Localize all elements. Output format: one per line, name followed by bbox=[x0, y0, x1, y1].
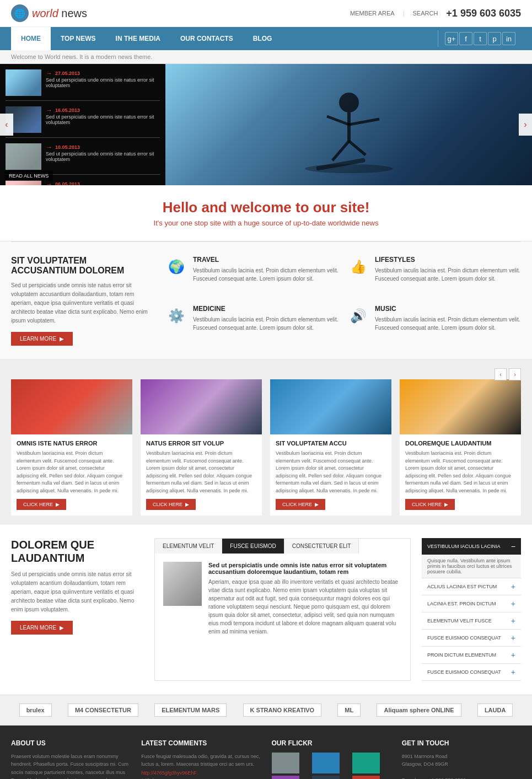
feature-music: 🔊 MUSIC Vestibulum iaculis lacinia est. … bbox=[347, 305, 521, 346]
news-section: ‹ › OMNIS ISTE NATUS ERROR Vestibulum la… bbox=[0, 360, 532, 524]
svg-line-5 bbox=[332, 141, 349, 160]
welcome-subtitle: It's your one stop site with a huge sour… bbox=[11, 219, 521, 227]
top-right-bar: MEMBER AREA | SEARCH +1 959 603 6035 bbox=[350, 8, 521, 19]
social-pinterest[interactable]: p bbox=[488, 32, 501, 45]
news-cards-grid: OMNIS ISTE NATUS ERROR Vestibulum laoria… bbox=[11, 379, 521, 515]
medicine-icon: ⚙️ bbox=[165, 305, 187, 327]
feature-lifestyles: 👍 LIFESTYLES Vestibulum iaculis lacinia … bbox=[347, 256, 521, 297]
accordion-item-2[interactable]: LACINIA EST. PROIN DICTUM + bbox=[422, 595, 521, 613]
nav-our-contacts[interactable]: OUR CONTACTS bbox=[170, 27, 243, 50]
nav-top-news[interactable]: TOP NEWS bbox=[51, 27, 106, 50]
hero-background bbox=[165, 64, 532, 185]
news-next-arrow[interactable]: › bbox=[509, 368, 521, 380]
features-section: SIT VOLUPTATEM ACCUSANTIUM DOLOREM Sed u… bbox=[0, 242, 532, 360]
news-prev-arrow[interactable]: ‹ bbox=[495, 368, 507, 380]
footer-city: Glasgow, DO4 89GR bbox=[402, 760, 521, 768]
hero-news-item: → 06.05.2013 Sed ut perspiciatis unde om… bbox=[6, 180, 160, 185]
news-card-1-btn[interactable]: CLICK HERE ▶ bbox=[17, 499, 66, 510]
footer-comment-1-url[interactable]: http://4765gfg3hyv96EhF bbox=[141, 770, 197, 776]
hero-news-item: → 27.05.2013 Sed ut perspiciatis unde om… bbox=[6, 69, 160, 101]
flickr-thumb-2[interactable] bbox=[312, 753, 340, 773]
skater-silhouette bbox=[294, 69, 404, 180]
news-card-4-image bbox=[400, 379, 521, 434]
footer-about-title: ABOUT US bbox=[11, 739, 130, 747]
logo-lauda: LAUDA bbox=[477, 703, 513, 717]
feature-music-text: Vestibulum iaculis lacinia est. Proin di… bbox=[375, 315, 521, 332]
footer-contact: GET IN TOUCH 8901 Marmora Road Glasgow, … bbox=[402, 739, 521, 779]
logo-text: world news bbox=[32, 7, 87, 20]
flickr-thumb-4[interactable] bbox=[272, 776, 299, 779]
tab-elementum[interactable]: ELEMENTUM VELIT bbox=[155, 539, 222, 554]
welcome-section: Hello and welcome to our site! It's your… bbox=[0, 185, 532, 241]
feature-travel-text: Vestibulum iaculis lacinia est. Proin di… bbox=[193, 266, 339, 283]
tab-content: Sed ut perspiciatis unde omnis iste natu… bbox=[155, 554, 410, 644]
logo-ml: ML bbox=[337, 703, 361, 717]
tab-consectetuer[interactable]: CONSECTETUER ELIT bbox=[284, 539, 359, 554]
svg-line-6 bbox=[349, 141, 366, 155]
flickr-thumb-6[interactable] bbox=[352, 776, 380, 779]
nav-links: HOME TOP NEWS IN THE MEDIA OUR CONTACTS … bbox=[11, 27, 282, 50]
feature-medicine-title: MEDICINE bbox=[193, 305, 339, 313]
nav-in-the-media[interactable]: IN THE MEDIA bbox=[106, 27, 170, 50]
travel-icon: 🌍 bbox=[165, 256, 187, 278]
news-card-4-btn[interactable]: CLICK HERE ▶ bbox=[405, 499, 455, 510]
accordion-item-3[interactable]: ELEMENTUM VELIT FUSCE + bbox=[422, 613, 521, 630]
news-card-1-text: Vestibulum laoriacinia est. Proin dictum… bbox=[17, 450, 127, 495]
footer-flickr: OUR FLICKR bbox=[272, 739, 391, 779]
news-nav-arrows: ‹ › bbox=[495, 368, 521, 380]
social-linkedin[interactable]: in bbox=[502, 32, 515, 45]
tab-fusce[interactable]: FUSCE EUISMOD bbox=[222, 539, 284, 554]
logos-bar: brulex M4 CONSECTETUR ELEMENTUM MARS K S… bbox=[0, 695, 532, 726]
welcome-bar: Welcome to World news. It is a modern ne… bbox=[0, 50, 532, 64]
news-card-3: SIT VOLUPTATEM ACCU Vestibulum laoriacin… bbox=[270, 379, 391, 515]
news-card-4-text: Vestibulum laoriacinia est. Proin dictum… bbox=[405, 450, 515, 495]
tab-text: Sed ut perspiciatis unde omnis iste natu… bbox=[208, 562, 402, 636]
hero-sidebar: → 27.05.2013 Sed ut perspiciatis unde om… bbox=[0, 64, 165, 185]
flickr-thumb-3[interactable] bbox=[352, 753, 380, 773]
footer-address: 8901 Marmora Road bbox=[402, 753, 521, 760]
accordion-expand-icon-5: + bbox=[511, 651, 515, 659]
social-facebook[interactable]: f bbox=[459, 32, 472, 45]
news-card-3-text: Vestibulum laoriacinia est. Proin dictum… bbox=[276, 450, 386, 495]
accordion-collapse-icon[interactable]: − bbox=[511, 542, 515, 551]
accordion-item-5[interactable]: PROIN DICTUM ELEMENTUM + bbox=[422, 647, 521, 664]
logo: 🌐 world news bbox=[11, 4, 87, 22]
news-card-2-title: NATUS ERROR SIT VOLUP bbox=[146, 440, 256, 447]
flickr-thumb-1[interactable] bbox=[272, 753, 299, 773]
accordion-item-1[interactable]: ACLIUS LACINIA EST PICTUM + bbox=[422, 578, 521, 595]
footer-comments-title: LATEST COMMENTS bbox=[141, 739, 260, 747]
middle-learn-more-button[interactable]: LEARN MORE ▶ bbox=[11, 621, 73, 635]
music-icon: 🔊 bbox=[347, 305, 369, 327]
flickr-thumb-5[interactable] bbox=[312, 776, 340, 779]
search-link[interactable]: SEARCH bbox=[413, 10, 438, 17]
logo-elementum: ELEMENTUM MARS bbox=[154, 703, 227, 717]
news-card-1-image bbox=[11, 379, 132, 434]
middle-section: DOLOREM QUE LAUDANTIUM Sed ut perspiciat… bbox=[0, 524, 532, 695]
social-google-plus[interactable]: g+ bbox=[445, 32, 458, 45]
welcome-title: Hello and welcome to our site! bbox=[11, 199, 521, 216]
middle-left: DOLOREM QUE LAUDANTIUM Sed ut perspiciat… bbox=[11, 538, 143, 681]
feature-travel: 🌍 TRAVEL Vestibulum iaculis lacinia est.… bbox=[165, 256, 339, 297]
feature-main-title: SIT VOLUPTATEM ACCUSANTIUM DOLOREM bbox=[11, 256, 154, 276]
tab-headline: Sed ut perspiciatis unde omnis iste natu… bbox=[208, 562, 402, 575]
footer: ABOUT US Praesent volutum molestie lacus… bbox=[0, 726, 532, 779]
svg-line-4 bbox=[349, 119, 379, 125]
footer-flickr-title: OUR FLICKR bbox=[272, 739, 391, 747]
news-card-4-title: DOLOREMQUE LAUDANTIUM bbox=[405, 440, 515, 447]
read-all-news[interactable]: READ ALL NEWS bbox=[4, 171, 53, 181]
nav-home[interactable]: HOME bbox=[11, 27, 51, 50]
accordion-item-4[interactable]: FUSCE EUISMOD CONSEQUAT + bbox=[422, 630, 521, 647]
accordion-item-6[interactable]: FUSCE EUISMOD CONSEQUAT + bbox=[422, 664, 521, 681]
slider-prev-button[interactable]: ‹ bbox=[0, 114, 13, 136]
footer-comment-1-text: Fusce feugiat malesuada odio, gravida at… bbox=[141, 753, 260, 769]
social-twitter[interactable]: t bbox=[474, 32, 487, 45]
member-area-link[interactable]: MEMBER AREA bbox=[350, 10, 395, 17]
slider-next-button[interactable]: › bbox=[519, 114, 532, 136]
news-card-3-btn[interactable]: CLICK HERE ▶ bbox=[276, 499, 325, 510]
nav-blog[interactable]: BLOG bbox=[243, 27, 282, 50]
accordion-expand-icon-4: + bbox=[511, 633, 515, 642]
news-card-2-btn[interactable]: CLICK HERE ▶ bbox=[146, 499, 196, 510]
footer-about: ABOUT US Praesent volutum molestie lacus… bbox=[11, 739, 130, 779]
news-card-4: DOLOREMQUE LAUDANTIUM Vestibulum laoriac… bbox=[400, 379, 521, 515]
learn-more-button[interactable]: LEARN MORE ▶ bbox=[11, 332, 73, 346]
